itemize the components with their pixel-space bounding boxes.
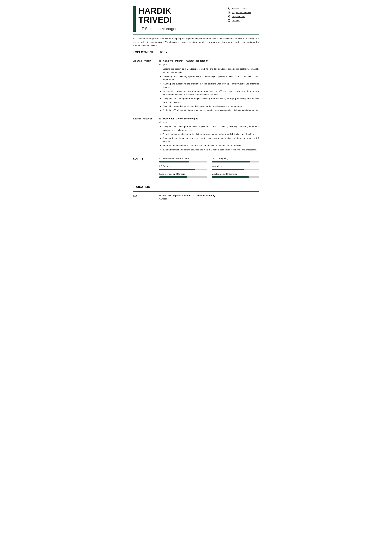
bullet-item: Designing data management strategies, in… (163, 97, 259, 104)
summary-text: IoT Solutions Manager with expertise in … (133, 37, 259, 47)
education-divider (133, 191, 259, 192)
bullet-item: Developed algorithms and processes for t… (163, 137, 259, 143)
skill-item-0: IoT Technologies and Protocols (159, 157, 207, 162)
skill-item-3: Networking (212, 165, 259, 170)
header: HARDIK TRIVEDI IoT Solutions Manager +91… (133, 6, 259, 32)
bullet-item: Planning and overseeing the integration … (163, 82, 259, 89)
skill-bar-bg-4 (159, 176, 207, 178)
job-title-2: IoT Developer - Galvan Technologies (159, 117, 259, 120)
skill-bar-fill-5 (212, 176, 249, 178)
skill-bar-bg-5 (212, 176, 259, 178)
skill-item-2: IoT Security (159, 165, 207, 170)
job-bullets-1: Leading the design and architecture of e… (159, 67, 259, 112)
skill-bar-fill-2 (159, 169, 195, 170)
header-left: HARDIK TRIVEDI IoT Solutions Manager (133, 6, 228, 32)
skill-bar-bg-1 (212, 161, 259, 162)
edu-details-0: B. Tech in Computer Science - GD Goenka … (159, 194, 259, 200)
job-entry-1: Sep 2022 - Present IoT Solutions - Manag… (133, 59, 259, 113)
skills-col-right: Cloud Computing Networking Middleware an… (212, 157, 259, 180)
bullet-item: Designing IoT solutions that can scale t… (163, 109, 259, 112)
bullet-item: Evaluating and selecting appropriate IoT… (163, 75, 259, 81)
job-bullets-2: Designed and developed software applicat… (159, 125, 259, 151)
education-section: EDUCATION 2020 B. Tech in Computer Scien… (133, 185, 259, 200)
linkedin-link[interactable]: LinkedIn (232, 19, 240, 22)
skills-col-left: IoT Technologies and Protocols IoT Secur… (159, 157, 207, 180)
contact-info: +91-9953776253 support@resumod.co Gurgao… (228, 7, 259, 22)
name-title: HARDIK TRIVEDI IoT Solutions Manager (139, 6, 228, 32)
edu-location-0: Gurgaon (159, 197, 259, 200)
bullet-item: Established communication protocols for … (163, 132, 259, 136)
employment-section: EMPLOYMENT HISTORY Sep 2022 - Present Io… (133, 50, 259, 152)
location-text[interactable]: Gurgaon, India (232, 15, 245, 18)
skill-bar-bg-2 (159, 169, 207, 170)
job-location-2: Gurgaon (159, 121, 259, 124)
email-address[interactable]: support@resumod.co (232, 11, 251, 14)
email-icon (228, 11, 231, 14)
candidate-name: HARDIK TRIVEDI (139, 6, 228, 24)
job-details-1: IoT Solutions - Manager - Qwerty Technol… (159, 59, 259, 113)
bullet-item: Designed and developed software applicat… (163, 125, 259, 132)
skills-heading: SKILLS (133, 157, 156, 162)
skill-name-3: Networking (212, 165, 259, 168)
job-location-1: Gurgaon (159, 63, 259, 66)
job-title-1: IoT Solutions - Manager - Qwerty Technol… (159, 59, 259, 63)
accent-bar (133, 6, 136, 32)
bullet-item: Developing strategies for efficient devi… (163, 105, 259, 108)
skill-bar-fill-1 (212, 161, 250, 162)
employment-divider (133, 57, 259, 57)
skill-item-5: Middleware and Integration (212, 172, 259, 178)
skill-name-5: Middleware and Integration (212, 172, 259, 175)
bullet-item: Leading the design and architecture of e… (163, 67, 259, 74)
bullet-item: Implementing robust security measures th… (163, 89, 259, 96)
job-dates-2: Jul 2020 - Aug 2022 (133, 117, 156, 152)
job-details-2: IoT Developer - Galvan Technologies Gurg… (159, 117, 259, 152)
education-heading: EDUCATION (133, 185, 259, 189)
skills-row: SKILLS IoT Technologies and Protocols Io… (133, 157, 259, 180)
phone-icon (228, 7, 231, 10)
skill-bar-bg-3 (212, 169, 259, 170)
skill-bar-fill-4 (159, 176, 187, 178)
job-dates-1: Sep 2022 - Present (133, 59, 156, 113)
skill-name-2: IoT Security (159, 165, 207, 168)
skill-bar-fill-3 (212, 169, 244, 170)
location-icon (228, 15, 231, 18)
location-item: Gurgaon, India (228, 15, 259, 18)
edu-year-0: 2020 (133, 194, 156, 200)
skill-name-4: Edge Devices and Sensors (159, 172, 207, 175)
linkedin-item: LinkedIn (228, 19, 259, 22)
linkedin-icon (228, 19, 231, 22)
skill-name-0: IoT Technologies and Protocols (159, 157, 207, 160)
job-title: IoT Solutions Manager (139, 26, 228, 32)
bullet-item: Built and maintained backend services an… (163, 148, 259, 152)
skill-bar-bg-0 (159, 161, 207, 162)
phone-number: +91-9953776253 (232, 7, 248, 10)
edu-degree-0: B. Tech in Computer Science - GD Goenka … (159, 194, 259, 197)
skill-item-1: Cloud Computing (212, 157, 259, 162)
employment-heading: EMPLOYMENT HISTORY (133, 50, 259, 54)
email-item: support@resumod.co (228, 11, 259, 14)
skill-item-4: Edge Devices and Sensors (159, 172, 207, 178)
bullet-item: Integrated various sensors, actuators, a… (163, 144, 259, 147)
job-entry-2: Jul 2020 - Aug 2022 IoT Developer - Galv… (133, 117, 259, 152)
skills-section: SKILLS IoT Technologies and Protocols Io… (133, 157, 259, 180)
skill-bar-fill-0 (159, 161, 189, 162)
phone-item: +91-9953776253 (228, 7, 259, 10)
skill-name-1: Cloud Computing (212, 157, 259, 160)
edu-entry-0: 2020 B. Tech in Computer Science - GD Go… (133, 194, 259, 200)
header-divider (133, 35, 259, 35)
skills-grid: IoT Technologies and Protocols IoT Secur… (159, 157, 259, 180)
